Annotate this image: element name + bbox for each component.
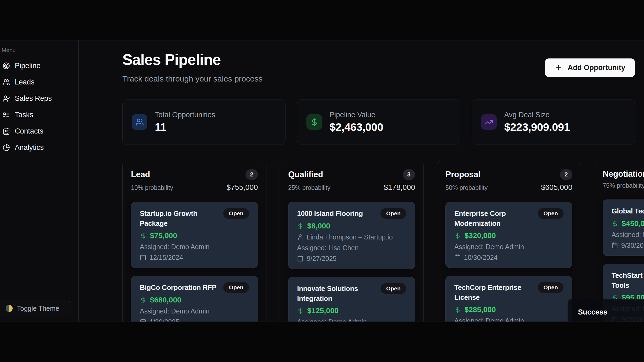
opportunity-card[interactable]: TechCorp Enterprise License Open $285,00… <box>445 276 572 322</box>
status-badge: Open <box>380 283 406 294</box>
opportunity-date: 12/15/2024 <box>140 254 249 261</box>
status-badge: Open <box>538 282 564 293</box>
opportunity-title: Innovate Solutions Integration <box>297 283 377 304</box>
stat-label: Avg Deal Size <box>504 111 570 119</box>
status-badge: Open <box>223 282 249 293</box>
status-badge: Open <box>380 208 406 219</box>
sidebar-item-label: Analytics <box>15 143 44 152</box>
column-cards: Startup.io Growth Package Open $75,000 A… <box>131 202 258 322</box>
list-todo-icon <box>3 111 10 119</box>
opportunity-title: TechStart Tools <box>612 270 642 290</box>
opportunity-amount: $285,000 <box>464 305 496 314</box>
page-subtitle: Track deals through your sales process <box>122 74 262 83</box>
column-title: Lead <box>131 170 150 179</box>
stat-card: Avg Deal Size $223,909.091 <box>472 99 635 145</box>
column-probability: 25% probability <box>288 184 330 191</box>
dollar-sign-icon <box>140 297 147 304</box>
target-icon <box>3 62 10 69</box>
dollar-sign-icon <box>297 308 304 314</box>
column-count-badge: 2 <box>246 169 258 180</box>
sidebar-item-sales-reps[interactable]: Sales Reps <box>1 93 78 104</box>
stat-value: $2,463,000 <box>330 121 383 134</box>
opportunity-date: 9/30/2025 <box>612 242 644 249</box>
opportunity-amount: $320,000 <box>464 231 496 240</box>
dollar-sign-icon <box>297 223 304 230</box>
column-title: Negotiation <box>603 169 644 179</box>
half-moon-icon <box>6 305 13 312</box>
opportunity-amount: $450,000 <box>622 219 644 228</box>
sidebar-item-label: Contacts <box>15 127 43 135</box>
users-icon <box>3 79 10 86</box>
dollar-sign-icon <box>454 306 461 313</box>
dollar-sign-icon <box>306 114 322 130</box>
sidebar-item-label: Pipeline <box>15 62 41 70</box>
users-icon <box>132 114 147 130</box>
sidebar-menu-label: Menu <box>2 47 78 53</box>
calendar-icon <box>297 255 303 262</box>
opportunity-contact: Linda Thompson – Startup.io <box>297 233 406 241</box>
pipeline-column-qualified: Qualified 3 25% probability $178,000 100… <box>280 161 424 322</box>
opportunity-assigned: Assigned: Demo Admin <box>140 307 249 315</box>
opportunity-amount: $680,000 <box>150 296 181 304</box>
main-content: Sales Pipeline Track deals through your … <box>79 40 644 322</box>
calendar-icon <box>140 254 146 261</box>
column-probability: 50% probability <box>445 184 488 191</box>
stat-label: Pipeline Value <box>330 111 383 119</box>
calendar-icon <box>612 242 618 249</box>
opportunity-title: Enterprise Corp Modernization <box>454 208 534 228</box>
sidebar-item-analytics[interactable]: Analytics <box>1 142 78 153</box>
add-opportunity-button[interactable]: Add Opportunity <box>545 58 635 77</box>
opportunity-card[interactable]: Startup.io Growth Package Open $75,000 A… <box>131 202 258 268</box>
column-total: $605,000 <box>541 183 572 192</box>
opportunity-amount: $75,000 <box>150 231 177 240</box>
opportunity-title: Global Tech <box>612 206 644 216</box>
page-header: Sales Pipeline Track deals through your … <box>122 49 635 83</box>
pipeline-column-lead: Lead 2 10% probability $755,000 Startup.… <box>122 161 266 322</box>
sidebar: Menu Pipeline Leads Sales Reps Tasks Con… <box>0 40 79 322</box>
opportunity-assigned: Assigned: Demo Admin <box>297 318 406 322</box>
dollar-sign-icon <box>612 220 618 227</box>
opportunity-assigned: Assigned: Lisa Chen <box>297 244 406 252</box>
column-title: Proposal <box>445 170 480 179</box>
opportunity-card[interactable]: Global Tech Open $450,000 Assigned: Demo… <box>603 200 644 256</box>
stat-card: Pipeline Value $2,463,000 <box>297 99 460 145</box>
dollar-sign-icon <box>140 232 147 239</box>
opportunity-assigned: Assigned: Demo Admin <box>454 243 564 250</box>
contact-card-icon <box>3 128 10 135</box>
column-total: $755,000 <box>226 183 258 192</box>
calendar-icon <box>140 319 146 322</box>
opportunity-card[interactable]: Enterprise Corp Modernization Open $320,… <box>445 202 572 268</box>
sidebar-nav: Pipeline Leads Sales Reps Tasks Contacts… <box>1 60 78 153</box>
stat-card: Total Opportunities 11 <box>122 99 286 145</box>
column-count-badge: 2 <box>560 169 572 180</box>
opportunity-assigned: Assigned: Demo Admin <box>454 317 564 322</box>
sidebar-item-label: Tasks <box>15 111 33 119</box>
column-title: Qualified <box>288 170 323 179</box>
status-badge: Open <box>223 208 249 219</box>
pie-chart-icon <box>3 144 10 151</box>
plus-icon <box>555 64 562 72</box>
sidebar-item-tasks[interactable]: Tasks <box>1 109 78 121</box>
calendar-icon <box>454 254 461 261</box>
add-opportunity-label: Add Opportunity <box>568 64 625 72</box>
sidebar-item-contacts[interactable]: Contacts <box>1 125 78 137</box>
toggle-theme-label: Toggle Theme <box>17 305 59 312</box>
kanban-board: Lead 2 10% probability $755,000 Startup.… <box>122 161 644 322</box>
toggle-theme-button[interactable]: Toggle Theme <box>0 301 71 316</box>
app-window: Menu Pipeline Leads Sales Reps Tasks Con… <box>0 40 644 322</box>
pipeline-column-negotiation: Negotiation 75% probability Global Tech … <box>594 161 644 322</box>
opportunity-card[interactable]: 1000 Island Flooring Open $8,000 Linda T… <box>288 202 415 269</box>
stats-row: Total Opportunities 11 Pipeline Value $2… <box>122 99 635 145</box>
trending-up-icon <box>481 114 497 130</box>
opportunity-assigned: Assigned: Demo Admin <box>140 243 249 250</box>
opportunity-card[interactable]: Innovate Solutions Integration Open $125… <box>288 277 415 322</box>
opportunity-date: 1/30/2025 <box>140 318 249 322</box>
page-title: Sales Pipeline <box>122 51 262 68</box>
toast-title: Success <box>578 308 644 316</box>
sidebar-item-leads[interactable]: Leads <box>1 76 78 88</box>
status-badge: Open <box>538 208 564 219</box>
sidebar-item-pipeline[interactable]: Pipeline <box>1 60 78 72</box>
column-cards: Enterprise Corp Modernization Open $320,… <box>445 202 572 322</box>
opportunity-card[interactable]: BigCo Corporation RFP Open $680,000 Assi… <box>131 276 258 322</box>
opportunity-date: 10/30/2024 <box>454 254 564 261</box>
